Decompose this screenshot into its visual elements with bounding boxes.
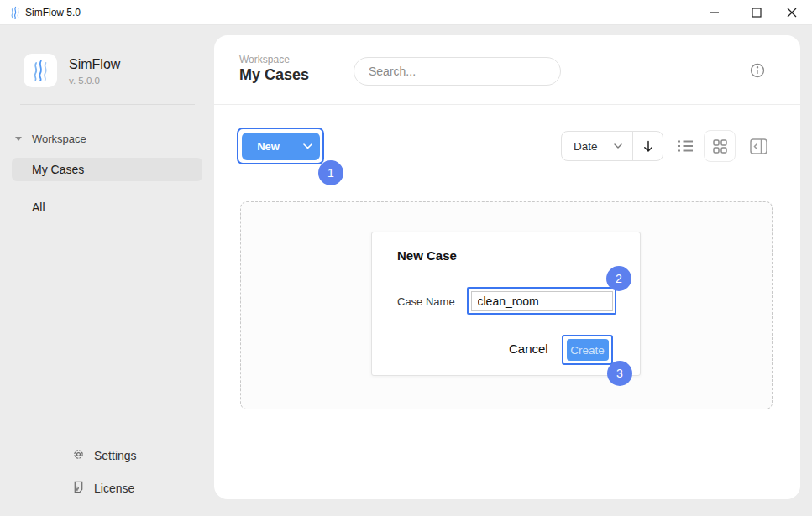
sidebar-item-all[interactable]: All — [12, 195, 202, 219]
annotation-badge-3: 3 — [607, 361, 632, 386]
annotation-outline-3: Create — [562, 335, 613, 365]
sidebar-item-label: My Cases — [32, 163, 84, 176]
sidebar-divider — [20, 104, 195, 105]
sidebar-item-label: All — [32, 201, 45, 214]
minimize-button[interactable] — [700, 0, 729, 24]
titlebar: SimFlow 5.0 — [0, 0, 812, 25]
license-button[interactable]: License — [72, 481, 134, 496]
panel-collapse-icon — [750, 138, 767, 154]
annotation-outline-1: New — [237, 128, 324, 164]
list-view-button[interactable] — [675, 136, 695, 156]
new-case-dialog: New Case Case Name Cancel Create — [371, 232, 641, 376]
annotation-badge-2: 2 — [606, 266, 631, 291]
app-version: v. 5.0.0 — [69, 76, 100, 86]
grid-view-button[interactable] — [704, 130, 736, 162]
dialog-title: New Case — [397, 248, 457, 263]
header-divider — [214, 104, 800, 105]
case-name-input[interactable] — [471, 291, 613, 311]
new-button-label[interactable]: New — [242, 133, 296, 160]
collapse-triangle-icon — [15, 137, 22, 141]
tree-header-label: Workspace — [32, 133, 86, 145]
page-title: My Cases — [239, 66, 309, 84]
sort-by-label: Date — [574, 140, 598, 153]
search-input[interactable] — [354, 58, 560, 85]
breadcrumb: Workspace — [239, 54, 290, 65]
simflow-logo — [24, 54, 57, 87]
chevron-down-icon — [614, 143, 622, 149]
sidebar-item-my-cases[interactable]: My Cases — [12, 158, 202, 181]
grid-icon — [713, 139, 727, 154]
app-logo-icon — [8, 6, 22, 19]
app-window: SimFlow 5.0 SimFlow v. 5.0.0 Workspace M — [0, 0, 812, 516]
window-title: SimFlow 5.0 — [25, 7, 81, 18]
license-label: License — [94, 482, 134, 495]
settings-label: Settings — [94, 449, 137, 462]
case-name-label: Case Name — [397, 295, 455, 308]
search-box — [354, 57, 561, 86]
close-button[interactable] — [778, 0, 806, 24]
info-icon[interactable] — [749, 62, 766, 79]
create-button[interactable]: Create — [567, 339, 609, 361]
collapse-panel-button[interactable] — [747, 135, 769, 157]
new-button[interactable]: New — [242, 133, 320, 160]
sort-direction-button[interactable] — [633, 132, 663, 160]
maximize-button[interactable] — [742, 0, 771, 24]
annotation-badge-1: 1 — [318, 160, 343, 185]
annotation-outline-2 — [467, 287, 616, 315]
sort-group: Date — [561, 131, 663, 161]
cancel-button[interactable]: Cancel — [509, 341, 548, 356]
sort-by-dropdown[interactable]: Date — [562, 132, 632, 160]
arrow-down-icon — [642, 140, 654, 153]
new-dropdown-toggle[interactable] — [296, 133, 320, 160]
gear-icon — [72, 448, 85, 463]
list-icon — [678, 139, 694, 153]
app-name: SimFlow — [69, 57, 120, 72]
main-panel: Workspace My Cases New 1 — [214, 35, 800, 499]
license-icon — [72, 481, 85, 496]
sidebar: SimFlow v. 5.0.0 Workspace My Cases All … — [0, 25, 214, 516]
settings-button[interactable]: Settings — [72, 448, 137, 463]
workspace-tree-header[interactable]: Workspace — [15, 133, 86, 145]
